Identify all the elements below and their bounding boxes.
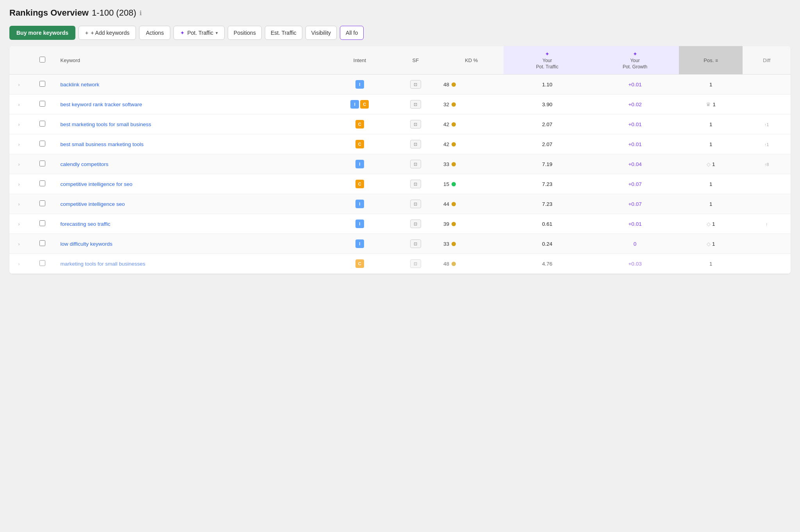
row-checkbox[interactable] xyxy=(39,260,45,266)
sf-feature-icon: ⊡ xyxy=(410,80,421,89)
row-checkbox[interactable] xyxy=(39,220,45,226)
row-checkbox[interactable] xyxy=(39,81,45,87)
diff-arrow: ↑1 xyxy=(764,142,769,147)
pot-traffic-cell: 2.07 xyxy=(504,134,591,154)
intent-cell: C xyxy=(328,134,391,154)
keyword-link[interactable]: backlink network xyxy=(61,82,100,87)
kd-dot xyxy=(452,182,456,186)
row-checkbox[interactable] xyxy=(39,180,45,186)
checkbox-cell[interactable] xyxy=(29,194,57,214)
pot-growth-cell: +0.01 xyxy=(591,214,679,234)
kd-value: 33 xyxy=(443,161,449,167)
keyword-link[interactable]: best small business marketing tools xyxy=(61,141,144,147)
buy-keywords-button[interactable]: Buy more keywords xyxy=(9,26,75,40)
table-row: › best small business marketing tools C … xyxy=(9,134,791,154)
expand-arrow-icon[interactable]: › xyxy=(18,82,20,87)
pot-traffic-button[interactable]: ✦ Pot. Traffic ▾ xyxy=(173,26,225,40)
sort-icon: ≡ xyxy=(715,58,718,63)
all-fo-button[interactable]: All fo xyxy=(340,26,364,40)
keyword-cell: best keyword rank tracker software xyxy=(57,95,328,114)
expand-cell[interactable]: › xyxy=(9,214,29,234)
keyword-link[interactable]: marketing tools for small businesses xyxy=(61,261,146,267)
row-checkbox[interactable] xyxy=(39,121,45,127)
keyword-link[interactable]: competitive intelligence seo xyxy=(61,201,125,207)
expand-arrow-icon[interactable]: › xyxy=(18,241,20,247)
intent-badge: I xyxy=(355,220,364,228)
add-keywords-button[interactable]: + + Add keywords xyxy=(79,26,136,40)
sf-cell: ⊡ xyxy=(392,234,440,254)
pos-cell: 1 xyxy=(679,254,743,274)
th-expand xyxy=(9,46,29,75)
visibility-button[interactable]: Visibility xyxy=(305,26,337,40)
expand-cell[interactable]: › xyxy=(9,114,29,134)
diff-cell: ↑8 xyxy=(743,154,791,174)
row-checkbox[interactable] xyxy=(39,141,45,146)
row-checkbox[interactable] xyxy=(39,200,45,206)
expand-arrow-icon[interactable]: › xyxy=(18,102,20,107)
keyword-link[interactable]: low difficulty keywords xyxy=(61,241,112,247)
expand-cell[interactable]: › xyxy=(9,75,29,95)
th-pos[interactable]: Pos. ≡ xyxy=(679,46,743,75)
keyword-link[interactable]: calendly competitors xyxy=(61,161,109,167)
kd-value: 48 xyxy=(443,261,449,267)
page-title-range: 1-100 (208) xyxy=(92,8,136,18)
table-row: › forecasting seo traffic I ⊡ 39 0.61 +0… xyxy=(9,214,791,234)
expand-cell[interactable]: › xyxy=(9,174,29,194)
keyword-link[interactable]: competitive intelligence for seo xyxy=(61,181,133,187)
keyword-link[interactable]: best keyword rank tracker software xyxy=(61,102,142,107)
keyword-link[interactable]: best marketing tools for small business xyxy=(61,121,152,127)
kd-value: 39 xyxy=(443,221,449,227)
keyword-link[interactable]: forecasting seo traffic xyxy=(61,221,111,227)
expand-cell[interactable]: › xyxy=(9,134,29,154)
checkbox-cell[interactable] xyxy=(29,174,57,194)
intent-cell: C xyxy=(328,114,391,134)
checkbox-cell[interactable] xyxy=(29,134,57,154)
est-traffic-button[interactable]: Est. Traffic xyxy=(265,26,302,40)
th-checkbox[interactable] xyxy=(29,46,57,75)
expand-arrow-icon[interactable]: › xyxy=(18,261,20,267)
expand-cell[interactable]: › xyxy=(9,254,29,274)
expand-arrow-icon[interactable]: › xyxy=(18,221,20,227)
intent-badge: I xyxy=(355,160,364,168)
kd-cell: 15 xyxy=(439,174,503,194)
positions-button[interactable]: Positions xyxy=(228,26,262,40)
expand-cell[interactable]: › xyxy=(9,194,29,214)
sf-feature-icon: ⊡ xyxy=(410,220,421,228)
actions-button[interactable]: Actions xyxy=(139,26,170,40)
keyword-cell: best small business marketing tools xyxy=(57,134,328,154)
checkbox-cell[interactable] xyxy=(29,95,57,114)
row-checkbox[interactable] xyxy=(39,240,45,246)
sf-cell: ⊡ xyxy=(392,194,440,214)
checkbox-cell[interactable] xyxy=(29,214,57,234)
select-all-checkbox[interactable] xyxy=(39,57,45,62)
pot-growth-cell: +0.01 xyxy=(591,134,679,154)
intent-badge: C xyxy=(355,140,364,148)
pos-value: 1 xyxy=(712,241,715,247)
info-icon[interactable]: ℹ xyxy=(139,9,142,17)
kd-cell: 33 xyxy=(439,234,503,254)
expand-arrow-icon[interactable]: › xyxy=(18,122,20,127)
expand-arrow-icon[interactable]: › xyxy=(18,162,20,167)
checkbox-cell[interactable] xyxy=(29,254,57,274)
expand-cell[interactable]: › xyxy=(9,234,29,254)
pos-value: 1 xyxy=(709,121,712,127)
table-body: › backlink network I ⊡ 48 1.10 +0.01 1 xyxy=(9,75,791,274)
row-checkbox[interactable] xyxy=(39,161,45,166)
sf-feature-icon: ⊡ xyxy=(410,239,421,248)
pot-growth-cell: +0.07 xyxy=(591,174,679,194)
expand-arrow-icon[interactable]: › xyxy=(18,182,20,187)
expand-arrow-icon[interactable]: › xyxy=(18,202,20,207)
checkbox-cell[interactable] xyxy=(29,75,57,95)
expand-arrow-icon[interactable]: › xyxy=(18,142,20,147)
checkbox-cell[interactable] xyxy=(29,234,57,254)
checkbox-cell[interactable] xyxy=(29,114,57,134)
expand-cell[interactable]: › xyxy=(9,154,29,174)
keyword-cell: backlink network xyxy=(57,75,328,95)
expand-cell[interactable]: › xyxy=(9,95,29,114)
pot-growth-cell: +0.04 xyxy=(591,154,679,174)
row-checkbox[interactable] xyxy=(39,101,45,107)
diff-cell xyxy=(743,254,791,274)
checkbox-cell[interactable] xyxy=(29,154,57,174)
table-row: › calendly competitors I ⊡ 33 7.19 +0.04… xyxy=(9,154,791,174)
sf-cell: ⊡ xyxy=(392,75,440,95)
